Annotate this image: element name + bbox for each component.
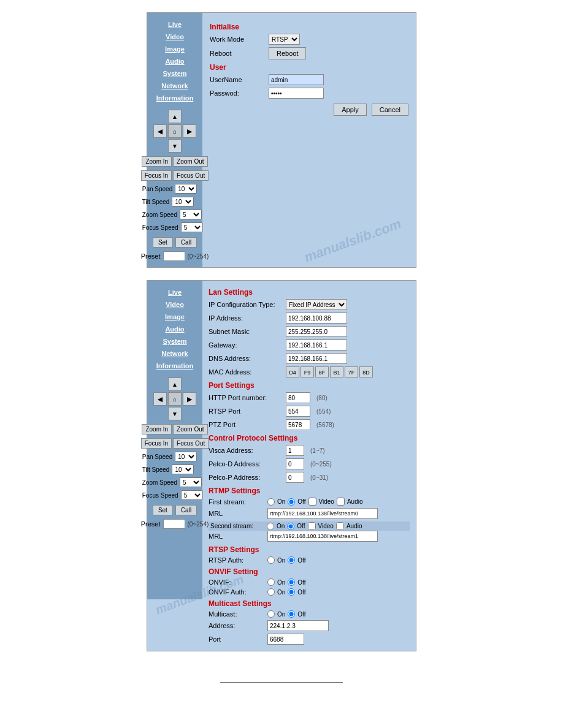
multicast-off-label: Off	[297, 611, 305, 618]
focus-row-2: Focus In Focus Out	[141, 438, 209, 449]
rtsp-auth-label: RTSP Auth:	[209, 556, 264, 564]
call-button-2[interactable]: Call	[175, 505, 197, 515]
cancel-button[interactable]: Cancel	[372, 104, 408, 116]
second-stream-video-check[interactable]	[308, 522, 316, 530]
work-mode-select[interactable]: RTSP RTMP	[269, 34, 300, 45]
ptz2-down-button[interactable]: ▼	[168, 407, 182, 420]
second-stream-audio-check[interactable]	[336, 522, 344, 530]
first-mrl-input[interactable]	[267, 508, 378, 519]
multicast-on-radio[interactable]	[267, 610, 275, 618]
preset-input-2[interactable]	[163, 519, 185, 529]
focus2-in-button[interactable]: Focus In	[141, 438, 172, 449]
second-stream-on-label: On	[277, 523, 285, 529]
ptz-up-button[interactable]: ▲	[168, 110, 182, 123]
onvif-auth-label: ONVIF Auth:	[209, 588, 264, 596]
focus-speed-select[interactable]: 5101	[181, 222, 203, 232]
sidebar-item-audio[interactable]: Audio	[165, 56, 184, 67]
set-button[interactable]: Set	[153, 237, 173, 248]
multicast-port-input[interactable]	[267, 634, 304, 645]
ip-address-input[interactable]	[286, 313, 347, 324]
sidebar-item-live[interactable]: Live	[168, 19, 182, 30]
work-mode-row: Work Mode RTSP RTMP	[210, 34, 408, 45]
ptz2-up-button[interactable]: ▲	[168, 377, 182, 391]
sidebar-2-item-live[interactable]: Live	[168, 287, 182, 298]
subnet-input[interactable]	[286, 326, 347, 337]
sidebar-item-video[interactable]: Video	[166, 31, 184, 42]
ptz-right-button[interactable]: ▶	[183, 124, 196, 138]
ptz2-left-button[interactable]: ◀	[153, 392, 167, 406]
second-stream-on-radio[interactable]	[287, 523, 294, 530]
set-button-2[interactable]: Set	[153, 505, 173, 515]
pelco-p-input[interactable]	[286, 472, 304, 483]
sidebar-2-item-information[interactable]: Information	[156, 360, 194, 371]
tilt-speed-select-2[interactable]: 105	[172, 464, 194, 474]
first-stream-video-label: Video	[319, 498, 334, 505]
rtsp-auth-row: RTSP Auth: On Off	[209, 556, 410, 564]
multicast-address-input[interactable]	[267, 620, 329, 631]
rtsp-port-input[interactable]	[286, 406, 310, 417]
onvif-auth-on-radio[interactable]	[267, 588, 275, 596]
visca-hint: (1~7)	[310, 447, 325, 454]
password-input[interactable]	[269, 88, 324, 99]
preset-input[interactable]	[163, 251, 185, 261]
username-input[interactable]	[269, 74, 324, 85]
sidebar-item-network[interactable]: Network	[161, 80, 188, 91]
apply-button[interactable]: Apply	[334, 104, 367, 116]
sidebar-2-item-network[interactable]: Network	[161, 348, 188, 359]
onvif-on-radio[interactable]	[267, 578, 275, 586]
reboot-button[interactable]: Reboot	[269, 47, 306, 59]
ptz-port-input[interactable]	[286, 419, 310, 430]
sidebar-item-information[interactable]: Information	[156, 93, 194, 104]
second-mrl-input[interactable]	[267, 531, 378, 542]
ptz2-right-button[interactable]: ▶	[183, 392, 196, 406]
onvif-auth-row: ONVIF Auth: On Off	[209, 588, 410, 596]
apply-cancel-row: Apply Cancel	[210, 104, 408, 116]
http-port-input[interactable]	[286, 392, 310, 403]
sidebar-2: Live Video Image Audio System Network In…	[147, 281, 202, 599]
sidebar-2-item-system[interactable]: System	[163, 336, 186, 347]
ptz2-home-button[interactable]: ⌂	[168, 392, 182, 406]
ptz-port-hint: (5678)	[316, 422, 334, 428]
second-stream-radio-group: On Off Video Audio	[267, 522, 362, 530]
preset-label-2: Preset	[141, 520, 161, 528]
sidebar-item-image[interactable]: Image	[165, 44, 185, 55]
sidebar-2-item-image[interactable]: Image	[165, 311, 185, 322]
zoom-speed-label-2: Zoom Speed	[142, 479, 177, 486]
onvif-off-radio[interactable]	[288, 578, 295, 586]
focus-in-button[interactable]: Focus In	[141, 170, 172, 181]
dns-label: DNS Address:	[209, 355, 282, 362]
focus-speed-select-2[interactable]: 510	[181, 490, 203, 500]
ptz-down-button[interactable]: ▼	[168, 139, 182, 153]
pan-speed-select[interactable]: 1051	[175, 184, 197, 194]
pan-speed-select-2[interactable]: 105	[175, 452, 197, 461]
visca-input[interactable]	[286, 445, 304, 456]
first-stream-video-check[interactable]	[308, 498, 316, 506]
first-stream-audio-check[interactable]	[337, 498, 345, 506]
dns-input[interactable]	[286, 353, 347, 364]
first-stream-off-radio[interactable]	[267, 498, 275, 506]
rtsp-auth-off-radio[interactable]	[288, 556, 295, 564]
multicast-off-radio[interactable]	[288, 610, 295, 618]
rtmp-title: RTMP Settings	[209, 487, 410, 495]
ptz2-row-middle: ◀ ⌂ ▶	[153, 392, 196, 406]
first-stream-on-radio[interactable]	[288, 498, 295, 506]
port-title: Port Settings	[209, 381, 410, 390]
second-stream-off-radio[interactable]	[267, 523, 274, 530]
call-button[interactable]: Call	[175, 237, 197, 248]
sidebar-item-system[interactable]: System	[163, 68, 186, 79]
rtsp-auth-on-radio[interactable]	[267, 556, 275, 564]
ip-config-select[interactable]: Fixed IP Address DHCP	[286, 299, 347, 310]
gateway-input[interactable]	[286, 339, 347, 351]
zoom-speed-select-2[interactable]: 510	[180, 477, 202, 487]
zoom-in-button[interactable]: Zoom In	[142, 156, 172, 167]
ptz-port-label: PTZ Port	[209, 421, 282, 428]
ptz-home-button[interactable]: ⌂	[168, 124, 182, 138]
pelco-d-input[interactable]	[286, 458, 304, 469]
zoom-speed-select[interactable]: 5101	[180, 210, 202, 219]
onvif-auth-off-radio[interactable]	[288, 588, 295, 596]
sidebar-2-item-audio[interactable]: Audio	[165, 324, 184, 335]
tilt-speed-select[interactable]: 1051	[172, 197, 194, 207]
ptz-left-button[interactable]: ◀	[153, 124, 167, 138]
sidebar-2-item-video[interactable]: Video	[166, 299, 184, 310]
zoom2-in-button[interactable]: Zoom In	[142, 424, 172, 434]
